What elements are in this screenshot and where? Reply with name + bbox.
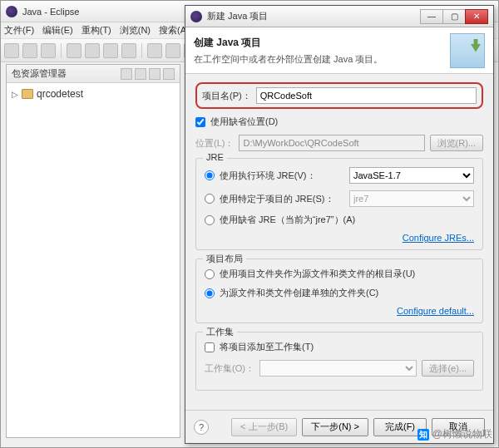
jre-group: JRE 使用执行环境 JRE(V)： JavaSE-1.7 使用特定于项目的 J… [195, 158, 483, 250]
menu-refactor[interactable]: 重构(T) [82, 24, 111, 37]
watermark-text: @树懒说物联 [432, 427, 492, 441]
project-label: qrcodetest [37, 88, 83, 100]
toolbar-btn[interactable] [166, 43, 180, 58]
dialog-banner: 创建 Java 项目 在工作空间中或者在外部位置创建 Java 项目。 [185, 27, 493, 74]
workingset-select-button[interactable]: 选择(e)... [422, 360, 474, 377]
explorer-title: 包资源管理器 [7, 65, 180, 83]
toolbar-separator [141, 43, 142, 58]
jre-exec-env-label: 使用执行环境 JRE(V)： [220, 170, 344, 182]
explorer-title-text: 包资源管理器 [12, 67, 67, 80]
location-input [239, 135, 424, 151]
tree-item-project[interactable]: ▷ qrcodetest [12, 88, 175, 100]
menu-search[interactable]: 搜索(A [159, 24, 186, 37]
toolbar-btn[interactable] [4, 43, 19, 58]
toolbar-btn[interactable] [41, 43, 56, 58]
explorer-icon[interactable] [121, 68, 132, 80]
workingset-select[interactable] [259, 360, 417, 377]
close-button[interactable]: ✕ [465, 9, 488, 24]
jre-default-label: 使用缺省 JRE（当前为“jre7”）(A) [220, 214, 355, 226]
menu-navigate[interactable]: 浏览(N) [120, 24, 151, 37]
use-default-location-label: 使用缺省位置(D) [210, 116, 278, 128]
new-java-project-dialog: 新建 Java 项目 — ▢ ✕ 创建 Java 项目 在工作空间中或者在外部位… [185, 5, 494, 444]
location-label: 位置(L)： [195, 137, 234, 150]
eclipse-icon [6, 6, 17, 17]
workingset-label: 工作集(O)： [205, 362, 254, 375]
configure-default-link[interactable]: Configure default... [397, 306, 474, 316]
jre-exec-env-select[interactable]: JavaSE-1.7 [349, 167, 474, 184]
project-name-row: 项目名(P)： [195, 82, 483, 109]
jre-project-select[interactable]: jre7 [349, 190, 474, 207]
workingset-group-title: 工作集 [203, 326, 237, 338]
explorer-body: ▷ qrcodetest [7, 83, 180, 105]
zhihu-icon: 知 [417, 429, 429, 441]
toolbar-btn[interactable] [85, 43, 100, 58]
layout-single-label: 使用项目文件夹作为源文件和类文件的根目录(U) [220, 268, 415, 280]
toolbar-separator [61, 43, 62, 58]
jre-project-radio[interactable] [205, 194, 215, 204]
toolbar-btn[interactable] [103, 43, 118, 58]
jre-default-radio[interactable] [205, 215, 215, 225]
watermark: 知 @树懒说物联 [417, 427, 492, 441]
banner-title: 创建 Java 项目 [194, 36, 383, 50]
add-to-workingset-label: 将项目添加至工作集(T) [220, 341, 314, 353]
menu-file[interactable]: 文件(F) [4, 24, 34, 37]
project-icon [22, 89, 33, 99]
menu-edit[interactable]: 编辑(E) [42, 24, 73, 37]
jre-group-title: JRE [203, 152, 227, 162]
default-location-row: 使用缺省位置(D) [195, 116, 483, 128]
package-explorer: 包资源管理器 ▷ qrcodetest [6, 64, 180, 438]
back-button[interactable]: < 上一步(B) [231, 418, 297, 436]
workingset-group: 工作集 将项目添加至工作集(T) 工作集(O)： 选择(e)... [195, 332, 483, 391]
eclipse-title-text: Java - Eclipse [22, 7, 79, 17]
explorer-icon[interactable] [135, 68, 146, 80]
minimize-button[interactable]: — [420, 9, 443, 24]
help-button[interactable]: ? [194, 420, 209, 435]
dialog-title-text: 新建 Java 项目 [207, 10, 268, 22]
use-default-location-checkbox[interactable] [195, 117, 205, 127]
banner-desc: 在工作空间中或者在外部位置创建 Java 项目。 [194, 53, 383, 66]
explorer-icon[interactable] [149, 68, 161, 80]
project-name-label: 项目名(P)： [202, 90, 251, 102]
toolbar-btn[interactable] [22, 43, 37, 58]
location-row: 位置(L)： 浏览(R)... [195, 135, 483, 151]
browse-button[interactable]: 浏览(R)... [430, 135, 483, 151]
layout-group: 项目布局 使用项目文件夹作为源文件和类文件的根目录(U) 为源文件和类文件创建单… [195, 258, 483, 323]
tree-twisty-icon[interactable]: ▷ [12, 90, 18, 99]
banner-wizard-icon [450, 33, 485, 68]
toolbar-btn[interactable] [67, 43, 82, 58]
layout-separate-radio[interactable] [205, 288, 215, 298]
explorer-icon[interactable] [163, 68, 175, 80]
add-to-workingset-checkbox[interactable] [205, 342, 215, 352]
configure-jres-link[interactable]: Configure JREs... [403, 233, 474, 243]
next-button[interactable]: 下一步(N) > [302, 418, 368, 436]
project-name-input[interactable] [256, 87, 477, 104]
jre-exec-env-radio[interactable] [205, 170, 215, 180]
layout-separate-label: 为源文件和类文件创建单独的文件夹(C) [220, 287, 378, 299]
jre-project-label: 使用特定于项目的 JRE(S)： [220, 193, 344, 205]
dialog-body: 项目名(P)： 使用缺省位置(D) 位置(L)： 浏览(R)... JRE 使用… [185, 74, 493, 407]
dialog-titlebar[interactable]: 新建 Java 项目 — ▢ ✕ [185, 6, 493, 27]
toolbar-btn[interactable] [121, 43, 136, 58]
toolbar-btn[interactable] [147, 43, 162, 58]
layout-group-title: 项目布局 [203, 253, 246, 265]
maximize-button[interactable]: ▢ [442, 9, 466, 24]
eclipse-icon [190, 11, 202, 22]
layout-single-radio[interactable] [205, 269, 215, 279]
